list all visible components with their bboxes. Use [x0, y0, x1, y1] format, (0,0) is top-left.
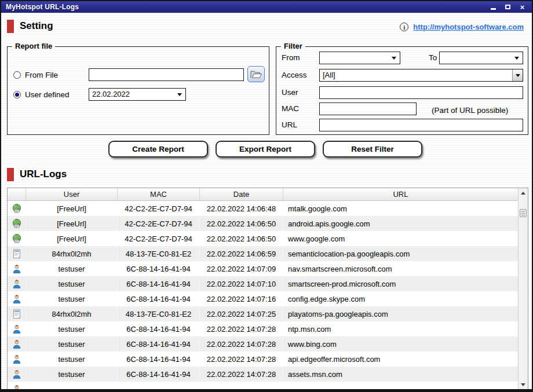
- mac-filter-input[interactable]: [319, 102, 417, 115]
- cell-date: 22.02.2022 14:06:50: [200, 216, 283, 231]
- cell-date: 22.02.2022 14:06:50: [200, 231, 283, 246]
- access-combobox[interactable]: [All]: [319, 69, 523, 82]
- cell-date: 22.02.2022 14:06:59: [200, 246, 283, 261]
- titlebar: MyHotspot URL-Logs ×: [1, 1, 532, 13]
- table-row[interactable]: 84rhx0l2mh48-13-7E-C0-81-E222.02.2022 14…: [8, 246, 518, 261]
- cell-user: [FreeUrl]: [26, 231, 118, 246]
- cell-url: www.bing.com: [283, 336, 518, 351]
- table-row[interactable]: [FreeUrl]42-C2-2E-C7-D7-9422.02.2022 14:…: [8, 201, 518, 216]
- user-filter-input[interactable]: [319, 86, 523, 99]
- table-row[interactable]: [FreeUrl]42-C2-2E-C7-D7-9422.02.2022 14:…: [8, 231, 518, 246]
- vertical-scrollbar[interactable]: [518, 188, 528, 389]
- access-value: [All]: [323, 71, 335, 79]
- cell-mac: 42-C2-2E-C7-D7-94: [118, 201, 200, 216]
- create-report-button[interactable]: Create Report: [108, 141, 208, 157]
- cell-user: testuser: [26, 276, 118, 291]
- cell-mac: 48-13-7E-C0-81-E2: [118, 246, 200, 261]
- table-row[interactable]: testuser6C-88-14-16-41-9422.02.2022 14:0…: [8, 351, 518, 367]
- column-header-mac[interactable]: MAC: [118, 188, 200, 200]
- setting-section-header: Setting: [7, 19, 53, 34]
- website-link[interactable]: http://myhotspot-software.com: [413, 23, 524, 31]
- table-row[interactable]: testuser6C-88-14-16-41-9422.02.2022 14:0…: [8, 367, 518, 382]
- cell-url: www.google.com: [283, 231, 518, 246]
- scroll-down-icon[interactable]: [519, 380, 528, 389]
- cell-url: mtalk.google.com: [283, 201, 518, 216]
- user-icon: [8, 261, 26, 276]
- radio-icon[interactable]: [13, 91, 21, 98]
- table-row[interactable]: [FreeUrl]42-C2-2E-C7-D7-9422.02.2022 14:…: [8, 216, 518, 231]
- cell-user: testuser: [26, 291, 118, 306]
- user-defined-label: User defined: [25, 90, 70, 99]
- export-report-button[interactable]: Export Report: [216, 141, 315, 157]
- cell-mac: 48-13-7E-C0-81-E2: [118, 306, 200, 321]
- scroll-up-icon[interactable]: [519, 188, 528, 197]
- table-row[interactable]: testuser6C-88-14-16-41-9422.02.2022 14:0…: [8, 321, 518, 336]
- table-row[interactable]: testuser6C-88-14-16-41-9422.02.2022 14:0…: [8, 276, 518, 291]
- table-row[interactable]: testuser6C-88-14-16-41-9422.02.2022 14:0…: [8, 291, 518, 306]
- ticket-icon: [8, 246, 26, 261]
- user-defined-radio[interactable]: User defined: [13, 90, 70, 99]
- cell-date: 22.02.2022 14:07:09: [200, 261, 283, 276]
- from-file-path-input[interactable]: [89, 68, 244, 81]
- table-row[interactable]: testuser6C-88-14-16-41-9422.02.2022 14:0…: [8, 336, 518, 351]
- chevron-down-icon: [514, 57, 519, 60]
- url-filter-input[interactable]: [319, 119, 523, 131]
- user-label: User: [282, 86, 298, 99]
- reset-filter-button[interactable]: Reset Filter: [323, 141, 422, 157]
- minimize-icon[interactable]: [490, 3, 497, 11]
- chevron-down-icon: [392, 57, 396, 60]
- user-icon: [8, 382, 26, 389]
- cell-date: 22.02.2022 14:07:16: [200, 291, 283, 306]
- column-header-icon[interactable]: [8, 188, 26, 200]
- date-combobox[interactable]: 22.02.2022: [89, 88, 186, 101]
- to-label: To: [429, 52, 437, 64]
- chevron-down-icon: [516, 74, 520, 77]
- table-row[interactable]: 84rhx0l2mh48-13-7E-C0-81-E222.02.2022 14…: [8, 306, 518, 321]
- url-logs-table: User MAC Date URL [FreeUrl]42-C2-2E-C7-D…: [7, 188, 528, 390]
- free-url-globe-icon: [8, 216, 26, 231]
- to-date-combobox[interactable]: [439, 52, 523, 64]
- from-label: From: [282, 52, 300, 64]
- user-icon: [8, 336, 26, 351]
- url-logs-section-header: URL-Logs: [7, 167, 67, 182]
- cell-url: playatoms-pa.googleapis.com: [283, 306, 518, 321]
- report-file-group-label: Report file: [12, 42, 55, 50]
- column-header-url[interactable]: URL: [283, 188, 518, 200]
- table-header: User MAC Date URL: [8, 188, 518, 201]
- close-icon[interactable]: ×: [519, 3, 526, 11]
- column-header-date[interactable]: Date: [200, 188, 283, 200]
- url-logs-title: URL-Logs: [20, 168, 67, 180]
- free-url-globe-icon: [8, 201, 26, 216]
- from-file-label: From File: [25, 71, 58, 79]
- cell-user: testuser: [26, 367, 118, 382]
- cell-url: nav.smartscreen.microsoft.com: [283, 261, 518, 276]
- table-row[interactable]: testuser6C-88-14-16-41-9422.02.2022 14:0…: [8, 261, 518, 276]
- mac-label: MAC: [282, 102, 299, 115]
- cell-date: 22.02.2022 14:07:28: [200, 351, 283, 367]
- app-window: MyHotspot URL-Logs × Setting i http://my…: [0, 0, 533, 392]
- from-date-combobox[interactable]: [319, 52, 400, 64]
- red-accent-bar: [7, 168, 14, 181]
- cell-mac: 6C-88-14-16-41-94: [118, 367, 200, 382]
- url-logs-table-body: [FreeUrl]42-C2-2E-C7-D7-9422.02.2022 14:…: [8, 201, 518, 389]
- cell-user: [26, 382, 118, 389]
- cell-user: testuser: [26, 321, 118, 336]
- user-icon: [8, 276, 26, 291]
- browse-file-button[interactable]: [247, 66, 265, 82]
- maximize-icon[interactable]: [504, 3, 512, 11]
- cell-date: 22.02.2022 14:07:28: [200, 321, 283, 336]
- radio-icon[interactable]: [13, 71, 21, 79]
- cell-mac: 6C-88-14-16-41-94: [118, 321, 200, 336]
- cell-date: 22.02.2022 14:07:28: [200, 367, 283, 382]
- cell-date: 22.02.2022 14:06:48: [200, 201, 283, 216]
- column-header-user[interactable]: User: [26, 188, 118, 200]
- info-icon[interactable]: i: [400, 23, 408, 31]
- user-icon: [8, 321, 26, 336]
- date-value: 22.02.2022: [92, 90, 130, 98]
- from-file-radio[interactable]: From File: [13, 71, 58, 79]
- cell-url: android.apis.google.com: [283, 216, 518, 231]
- cell-user: [FreeUrl]: [26, 201, 118, 216]
- scrollbar-thumb[interactable]: [520, 209, 527, 217]
- table-row[interactable]: [8, 382, 518, 389]
- combo-dropdown-button[interactable]: [512, 69, 523, 81]
